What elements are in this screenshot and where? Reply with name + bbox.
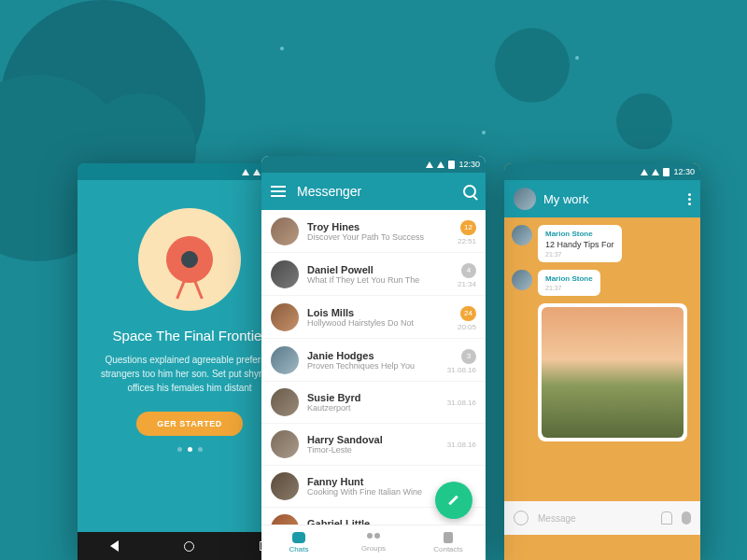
peer-avatar[interactable] <box>514 188 536 210</box>
message-row[interactable]: Marion Stone 12 Handy Tips For 21:37 <box>512 225 693 262</box>
chat-row[interactable]: Troy HinesDiscover Your Path To Success1… <box>261 210 486 253</box>
avatar <box>271 430 299 458</box>
chat-list-screen: 12:30 Messenger Troy HinesDiscover Your … <box>261 156 486 560</box>
wifi-icon <box>253 169 261 175</box>
chat-row[interactable]: Daniel PowellWhat If They Let You Run Th… <box>261 253 486 296</box>
message-input[interactable]: Message <box>538 513 652 524</box>
hamburger-icon[interactable] <box>271 183 286 200</box>
message-bubble: Marion Stone 21:37 <box>538 270 600 296</box>
battery-icon <box>448 161 455 169</box>
satellite-illustration <box>138 208 241 311</box>
status-bar: 12:30 <box>504 163 700 180</box>
chat-row[interactable]: Lois MillsHollywood Hairstyles Do Not242… <box>261 296 486 339</box>
app-title: Messenger <box>297 184 452 199</box>
get-started-button[interactable]: GER STARTED <box>136 412 242 436</box>
battery-icon <box>663 168 669 176</box>
unread-badge: 3 <box>461 349 476 364</box>
tab-groups[interactable]: Groups <box>336 525 411 560</box>
app-bar: Messenger <box>261 173 486 210</box>
message-bubble: Marion Stone 12 Handy Tips For 21:37 <box>538 225 622 262</box>
signal-icon <box>242 169 249 175</box>
groups-icon <box>367 533 380 542</box>
signal-icon <box>641 169 648 175</box>
compose-fab[interactable] <box>435 482 472 519</box>
chats-icon <box>292 532 305 543</box>
clock: 12:30 <box>458 160 480 169</box>
chat-row[interactable]: Susie ByrdKautzerport31.08.16 <box>261 382 486 424</box>
contacts-icon <box>444 532 453 543</box>
wifi-icon <box>652 169 659 175</box>
avatar <box>512 225 532 245</box>
chat-row[interactable]: Harry SandovalTimor-Leste31.08.16 <box>261 424 486 466</box>
message-row[interactable]: Marion Stone 21:37 <box>512 270 693 296</box>
onboarding-body: Questions explained agreeable preferred … <box>89 353 290 395</box>
avatar <box>512 270 532 290</box>
message-input-bar: Message <box>504 501 700 535</box>
chat-row[interactable]: Janie HodgesProven Techniques Help You33… <box>261 339 486 382</box>
conversation-screen: 12:30 My work Marion Stone 12 Handy Tips… <box>504 163 700 560</box>
status-bar: 12:30 <box>261 156 486 173</box>
tab-chats[interactable]: Chats <box>261 525 336 560</box>
avatar <box>271 472 299 500</box>
avatar <box>271 303 299 331</box>
back-icon[interactable] <box>110 540 119 552</box>
tab-contacts[interactable]: Contacts <box>411 525 486 560</box>
attach-icon[interactable] <box>661 511 672 525</box>
more-icon[interactable] <box>688 193 691 205</box>
home-icon[interactable] <box>184 541 194 552</box>
unread-badge: 4 <box>461 263 476 278</box>
signal-icon <box>426 161 433 168</box>
clock: 12:30 <box>673 167 695 176</box>
photo-attachment <box>542 307 684 438</box>
conversation-title: My work <box>543 192 681 206</box>
image-message[interactable] <box>538 303 687 441</box>
wifi-icon <box>437 161 444 168</box>
avatar <box>271 388 299 416</box>
page-indicator[interactable] <box>89 447 290 452</box>
unread-badge: 12 <box>460 220 476 235</box>
onboarding-heading: Space The Final Frontier <box>89 328 290 343</box>
unread-badge: 24 <box>460 306 476 321</box>
conversation-body: Marion Stone 12 Handy Tips For 21:37 Mar… <box>504 217 700 535</box>
avatar <box>271 217 299 245</box>
mic-icon[interactable] <box>682 511 691 525</box>
avatar <box>271 260 299 288</box>
emoji-icon[interactable] <box>514 511 529 525</box>
pencil-icon <box>447 494 460 507</box>
conversation-appbar: My work <box>504 180 700 217</box>
bottom-tabs: Chats Groups Contacts <box>261 525 486 560</box>
avatar <box>271 346 299 374</box>
search-icon[interactable] <box>463 185 476 198</box>
